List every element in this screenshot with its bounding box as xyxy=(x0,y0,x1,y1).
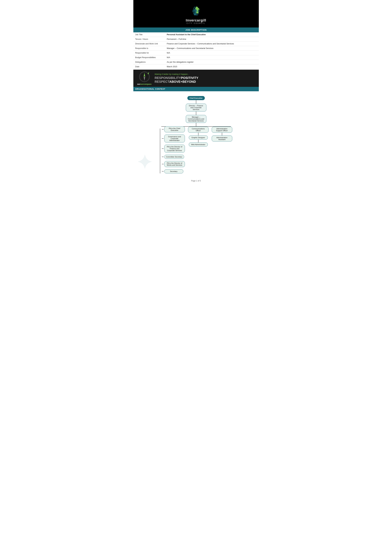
h-tick xyxy=(162,129,164,130)
table-row: Date March 2015 xyxy=(133,64,259,69)
jd-value-tenure: Permanent – Full-time xyxy=(165,37,259,42)
compass-tagline: Making it better by making it happen... xyxy=(155,73,256,75)
jd-label-tenure: Tenure / Hours xyxy=(133,37,165,42)
jd-header: JOB DESCRIPTION xyxy=(133,28,259,32)
left-row-4: Committee Secretary xyxy=(162,155,185,159)
jd-label-delegations: Delegations xyxy=(133,60,165,64)
jd-value-responsible-to: Manager – Communications and Secretarial… xyxy=(165,46,259,51)
jd-value-date: March 2015 xyxy=(165,64,259,69)
col-mid: Communications Officer Graphic Designer … xyxy=(188,126,209,146)
table-row: Responsible for N/A xyxy=(133,51,259,55)
org-node-pa-chief: PA to the Chief Executive xyxy=(164,126,185,132)
logo-name: Invercargill CITY COUNCIL xyxy=(186,18,206,24)
jd-value-delegations: As per the delegations register xyxy=(165,60,259,64)
svg-marker-5 xyxy=(144,73,145,77)
jd-label-date: Date xyxy=(133,64,165,69)
logo-container: Invercargill CITY COUNCIL xyxy=(186,5,206,24)
org-section: ORGANISATIONAL CONTEXT Chief Executive D… xyxy=(133,87,259,177)
h-tick xyxy=(162,171,164,172)
h-tick xyxy=(162,164,164,164)
logo-subtitle: CITY COUNCIL xyxy=(186,22,206,24)
org-node-admin-assistant: Administration Assistant xyxy=(212,136,232,141)
h-tick xyxy=(162,157,164,157)
col-connector xyxy=(198,133,198,136)
compass-words-line1: RESPONSIBILITYPOSITIVITY xyxy=(155,76,256,80)
compass-icon xyxy=(139,71,150,82)
left-row-2: Governance and Corporate Administrator xyxy=(162,135,185,142)
left-bracket-bar xyxy=(160,129,160,173)
page-number: Page 1 of 5 xyxy=(191,180,201,182)
connector-v-3 xyxy=(196,123,196,126)
org-chart-area: Chief Executive Director – Finance and C… xyxy=(133,94,259,177)
h-tick xyxy=(162,138,164,139)
org-node-secretary: Secretary xyxy=(164,169,183,173)
left-row-3: PA to the Director of Finance and Corpor… xyxy=(162,145,185,152)
table-row: Job Title Personal Assistant to the Chie… xyxy=(133,32,259,37)
col-right: Administration Support Officer Administr… xyxy=(212,126,232,141)
jd-value-responsible-for: N/A xyxy=(165,51,259,55)
left-row-5: PA to the Director of Works and Services xyxy=(162,161,185,167)
jd-section: JOB DESCRIPTION Job Title Personal Assis… xyxy=(133,28,259,69)
table-row: Responsible to Manager – Communications … xyxy=(133,46,259,51)
table-row: Tenure / Hours Permanent – Full-time xyxy=(133,37,259,42)
table-row: Delegations As per the delegations regis… xyxy=(133,60,259,64)
compass-logo-label: ourourcompass xyxy=(136,83,153,85)
org-node-pa-director-works: PA to the Director of Works and Services xyxy=(164,161,185,167)
svg-marker-6 xyxy=(144,77,145,81)
compass-banner: ourourcompass Making it better by making… xyxy=(133,70,259,87)
h-tick xyxy=(162,148,164,149)
compass-words-line2: RESPECTABOVE+BEYOND xyxy=(155,80,256,83)
col-connector-right xyxy=(222,133,222,136)
jd-value-job-title: Personal Assistant to the Chief Executiv… xyxy=(165,32,259,37)
page-header: Invercargill CITY COUNCIL xyxy=(133,0,259,28)
org-node-director: Director – Finance and Corporate Service… xyxy=(186,104,206,111)
jd-label-responsible-for: Responsible for xyxy=(133,51,165,55)
org-header: ORGANISATIONAL CONTEXT xyxy=(133,87,259,91)
connector-v xyxy=(196,100,196,104)
table-row: Directorate and Work Unit Finance and Co… xyxy=(133,42,259,46)
org-node-graphic-designer: Graphic Designer xyxy=(189,136,208,140)
council-logo-icon xyxy=(189,5,202,17)
table-row: Budget Responsibilities N/A xyxy=(133,55,259,60)
jd-value-directorate: Finance and Corporate Services – Communi… xyxy=(165,42,259,46)
three-columns: PA to the Chief Executive Governance and… xyxy=(154,126,239,173)
left-row-6: Secretary xyxy=(162,169,185,173)
left-col-nodes: PA to the Chief Executive Governance and… xyxy=(160,126,185,173)
jd-label-directorate: Directorate and Work Unit xyxy=(133,42,165,46)
org-node-committee-secretary: Committee Secretary xyxy=(164,155,184,159)
compass-logo: ourourcompass xyxy=(136,71,153,85)
org-chart: Chief Executive Director – Finance and C… xyxy=(154,96,239,173)
jd-label-job-title: Job Title xyxy=(133,32,165,37)
page-footer: Page 1 of 5 xyxy=(133,177,259,184)
jd-table: Job Title Personal Assistant to the Chie… xyxy=(133,32,259,69)
left-row-1: PA to the Chief Executive xyxy=(162,126,185,132)
org-node-web-admin: Web Administrator xyxy=(189,142,208,146)
org-node-chief-executive: Chief Executive xyxy=(187,96,205,100)
org-node-pa-director-finance: PA to the Director of Finance and Corpor… xyxy=(164,145,185,152)
org-node-governance: Governance and Corporate Administrator xyxy=(164,135,185,142)
org-node-comms-officer: Communications Officer xyxy=(188,127,209,133)
jd-label-budget: Budget Responsibilities xyxy=(133,55,165,60)
org-node-admin-support: Administration Support Officer xyxy=(212,127,232,133)
jd-value-budget: N/A xyxy=(165,55,259,60)
connector-v-2 xyxy=(196,111,196,115)
col-connector-2 xyxy=(198,140,198,142)
org-node-manager: Manager – Communications and Secretarial… xyxy=(186,115,206,123)
compass-text-block: Making it better by making it happen... … xyxy=(153,73,256,83)
col-left: PA to the Chief Executive Governance and… xyxy=(160,126,185,173)
compass-words: RESPONSIBILITYPOSITIVITY RESPECTABOVE+BE… xyxy=(155,76,256,83)
jd-label-responsible-to: Responsible to xyxy=(133,46,165,51)
